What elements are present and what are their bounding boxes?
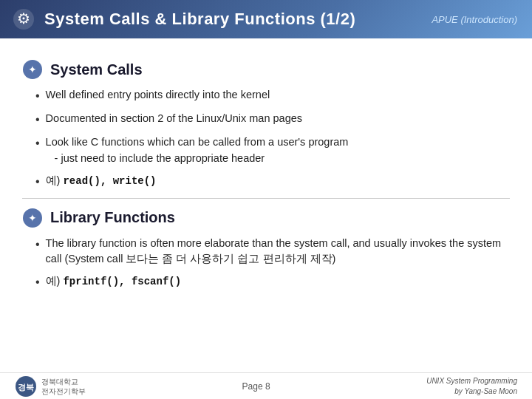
bullet-text: 예) fprintf(), fscanf(): [46, 273, 182, 290]
header-icon: ⚙: [10, 6, 37, 33]
library-functions-list: The library function is often more elabo…: [22, 236, 510, 292]
university-logo-icon: 경북: [15, 375, 37, 398]
header-subtitle: APUE (Introduction): [432, 14, 517, 25]
list-item: 예) read(), write(): [35, 173, 510, 191]
system-calls-heading: ✦ System Calls: [22, 59, 510, 80]
list-item: The library function is often more elabo…: [35, 236, 510, 268]
svg-text:경북: 경북: [18, 383, 34, 392]
library-functions-heading: ✦ Library Functions: [22, 208, 510, 228]
header: ⚙ System Calls & Library Functions (1/2)…: [0, 0, 532, 38]
bullet-text: Well defined entry points directly into …: [46, 87, 270, 103]
section-keyword: section: [120, 112, 154, 124]
bullet-text: 예) read(), write(): [46, 173, 157, 189]
bullet-text: The library function is often more elabo…: [46, 236, 510, 268]
list-item: Well defined entry points directly into …: [35, 87, 510, 105]
section-divider: [22, 198, 510, 199]
bullet-text: Documented in section 2 of the Linux/Uni…: [46, 111, 302, 127]
footer: 경북 경북대학교 전자전기학부 Page 8 UNIX System Progr…: [0, 372, 532, 399]
library-functions-icon: ✦: [22, 208, 43, 228]
footer-logo-text: 경북대학교 전자전기학부: [41, 377, 86, 396]
svg-text:⚙: ⚙: [17, 10, 30, 27]
footer-page-label: Page 8: [242, 381, 270, 392]
code-example: fprintf(), fscanf(): [63, 276, 181, 287]
code-example: read(), write(): [63, 175, 156, 187]
list-item: Documented in section 2 of the Linux/Uni…: [35, 111, 510, 129]
system-calls-icon: ✦: [22, 59, 43, 80]
list-item: 예) fprintf(), fscanf(): [35, 273, 510, 291]
svg-text:✦: ✦: [28, 64, 37, 75]
library-functions-title: Library Functions: [50, 209, 175, 226]
main-content: ✦ System Calls Well defined entry points…: [0, 38, 532, 306]
list-item: Look like C functions which can be calle…: [35, 134, 510, 167]
footer-logo: 경북 경북대학교 전자전기학부: [15, 375, 86, 398]
svg-text:✦: ✦: [28, 212, 37, 224]
footer-right-text: UNIX System Programming by Yang-Sae Moon: [426, 376, 517, 397]
system-calls-list: Well defined entry points directly into …: [22, 87, 510, 191]
continuation-text: - just need to include the appropriate h…: [46, 152, 265, 164]
header-title: System Calls & Library Functions (1/2): [44, 10, 355, 29]
system-calls-title: System Calls: [50, 61, 143, 78]
bullet-text: Look like C functions which can be calle…: [46, 134, 349, 167]
header-left: ⚙ System Calls & Library Functions (1/2): [10, 6, 355, 33]
